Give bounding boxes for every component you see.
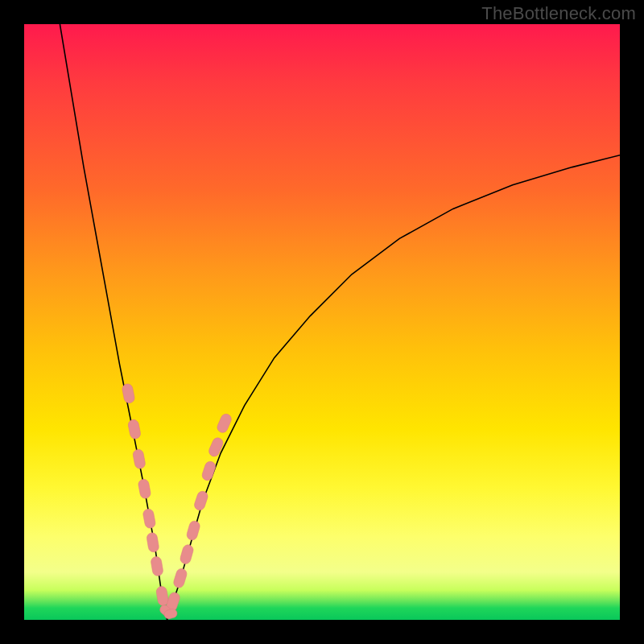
curve-right-branch [167, 155, 620, 620]
bead [193, 490, 209, 512]
bead [138, 478, 151, 499]
bead [208, 436, 225, 458]
curve-layer [24, 24, 620, 620]
bead [151, 555, 164, 576]
bead [172, 568, 188, 589]
outer-frame: TheBottleneck.com [0, 0, 644, 644]
bead [179, 543, 194, 565]
bead [132, 448, 146, 469]
bead [200, 460, 217, 482]
watermark-text: TheBottleneck.com [481, 3, 636, 24]
bead [216, 412, 233, 434]
bead [122, 383, 135, 404]
plot-area [24, 24, 620, 620]
bead [127, 419, 141, 440]
curve-left-branch [60, 24, 167, 620]
highlight-beads [122, 383, 233, 620]
bead [186, 520, 201, 542]
bead [142, 508, 156, 529]
bead [146, 532, 159, 553]
